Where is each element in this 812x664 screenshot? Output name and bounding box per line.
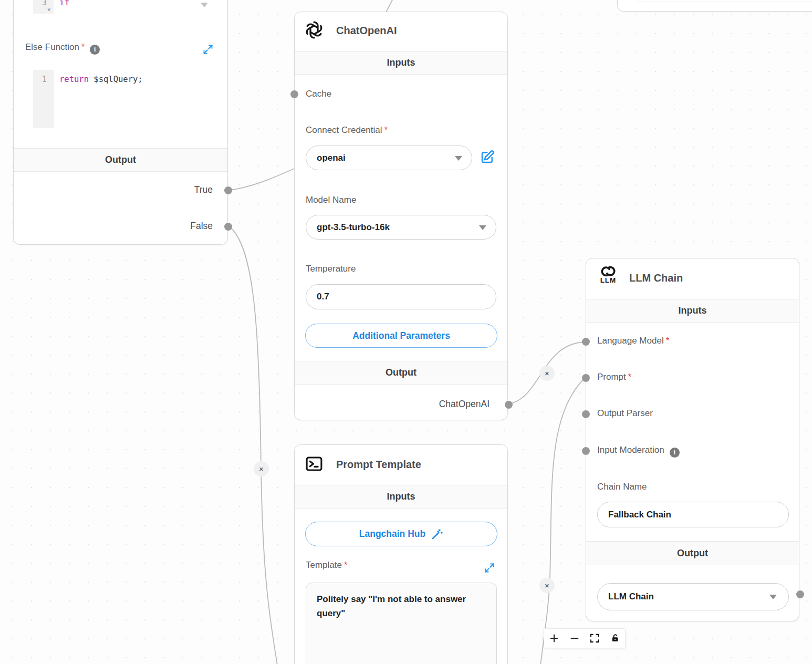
cache-label: Cache [306,89,331,99]
llm-chain-icon: LLM [597,265,620,284]
input-port-output-parser[interactable] [582,410,590,418]
output-port-false[interactable] [224,223,232,231]
chevron-down-icon [769,595,777,599]
chevron-down-icon [479,225,486,230]
langchain-hub-label: Langchain Hub [359,528,425,540]
code-preview-text[interactable]: if [59,0,69,7]
chain-name-label: Chain Name [597,482,647,492]
input-port-input-moderation[interactable] [582,447,590,455]
input-port-cache[interactable] [290,90,298,98]
edge-prompt-to-llm [540,379,584,664]
chain-links-icon [598,265,618,277]
else-function-row: Else Function*i [25,42,100,55]
expand-icon[interactable] [484,563,495,573]
flow-canvas[interactable]: × × × 3 v if Else Function*i 1 return $s… [0,0,812,664]
langchain-hub-button[interactable]: Langchain Hub [305,522,497,546]
required-asterisk: * [666,336,670,346]
model-name-value: gpt-3.5-turbo-16k [317,222,390,233]
zoom-out-button[interactable] [565,628,585,648]
output-port-chatopenai[interactable] [505,401,513,409]
delete-edge-button[interactable]: × [539,366,555,381]
node-title: LLM Chain [629,272,683,284]
input-moderation-label: Input Moderationi [597,445,680,458]
partial-node-top-right[interactable] [617,0,812,12]
required-asterisk: * [81,43,85,51]
llm-chain-output-select[interactable]: LLM Chain [597,583,789,610]
lock-button[interactable] [605,628,625,648]
temperature-value: 0.7 [317,292,329,302]
template-label: Template* [306,560,348,570]
delete-edge-button[interactable]: × [254,461,269,476]
chatopenai-node[interactable]: ChatOpenAI Inputs Cache Connect Credenti… [294,12,508,420]
output-port-true[interactable] [224,186,232,194]
connect-credential-text: Connect Credential [306,125,382,135]
zoom-in-button[interactable] [544,628,564,648]
chevron-down-icon [455,156,462,161]
line-number-3: 3 [42,0,47,7]
output-chatopenai-label: ChatOpenAI [439,399,490,410]
additional-parameters-label: Additional Parameters [352,330,450,341]
llm-chain-node[interactable]: LLM LLM Chain Inputs Language Model* Pro… [586,258,799,621]
edge-top [386,0,393,12]
magic-wand-icon [431,528,443,541]
node-title: ChatOpenAI [336,25,397,37]
chain-name-input[interactable]: Fallback Chain [597,502,789,527]
collapse-chevron-icon[interactable] [201,3,208,7]
canvas-controls [544,628,626,648]
inputs-section-header: Inputs [295,485,507,509]
output-parser-text: Output Parser [597,408,653,418]
code-fold-icon[interactable]: v [47,6,51,13]
inputs-section-header: Inputs [295,51,507,75]
if-else-function-node[interactable]: 3 v if Else Function*i 1 return $sqlQuer… [13,0,228,245]
input-moderation-text: Input Moderation [597,445,664,455]
divider [637,2,812,2]
required-asterisk: * [344,560,348,570]
language-model-label: Language Model* [597,336,669,346]
edge-false [229,226,277,664]
edit-credential-icon[interactable] [480,149,495,165]
llm-chain-output-value: LLM Chain [608,592,654,602]
prompt-label: Prompt* [597,372,631,382]
prompt-template-node[interactable]: Prompt Template Inputs Langchain Hub Tem… [294,444,508,664]
model-name-select[interactable]: gpt-3.5-turbo-16k [306,215,496,240]
required-asterisk: * [384,125,388,135]
output-section-header: Output [14,148,227,172]
temperature-label: Temperature [306,264,356,274]
output-port-llm-chain[interactable] [796,590,804,598]
output-true-label: True [194,184,213,195]
openai-logo-icon [304,20,324,40]
llm-icon-text: LLM [597,276,620,284]
output-section-header: Output [295,361,507,385]
credential-value: openai [317,153,346,163]
edge-true [229,169,294,190]
connect-credential-label: Connect Credential* [306,125,388,136]
line-number-1: 1 [42,75,47,84]
input-port-language-model[interactable] [582,338,590,346]
info-icon[interactable]: i [670,448,680,458]
code-editor[interactable]: return $sqlQuery; [59,75,143,84]
inputs-section-header: Inputs [586,299,799,323]
input-port-prompt[interactable] [582,374,590,382]
template-text: Template [306,560,342,570]
else-function-label: Else Function [25,42,79,52]
language-model-text: Language Model [597,336,664,346]
output-false-label: False [190,221,213,232]
code-text: $sqlQuery; [89,75,143,84]
prompt-text: Prompt [597,372,626,382]
expand-icon[interactable] [203,44,213,55]
terminal-prompt-icon [305,455,323,473]
chain-name-value: Fallback Chain [608,510,671,520]
delete-edge-button[interactable]: × [539,578,555,593]
node-title: Prompt Template [336,459,421,471]
template-textarea[interactable]: Politely say "I'm not able to answer que… [306,583,497,664]
output-parser-label: Output Parser [597,408,653,419]
credential-select[interactable]: openai [306,146,472,170]
required-asterisk: * [628,372,632,382]
model-name-label: Model Name [306,195,356,205]
fit-view-button[interactable] [585,628,605,648]
code-editor-gutter: 1 [33,70,54,128]
output-section-header: Output [586,541,799,565]
additional-parameters-button[interactable]: Additional Parameters [305,324,497,348]
info-icon[interactable]: i [90,45,100,55]
temperature-input[interactable]: 0.7 [306,284,496,309]
